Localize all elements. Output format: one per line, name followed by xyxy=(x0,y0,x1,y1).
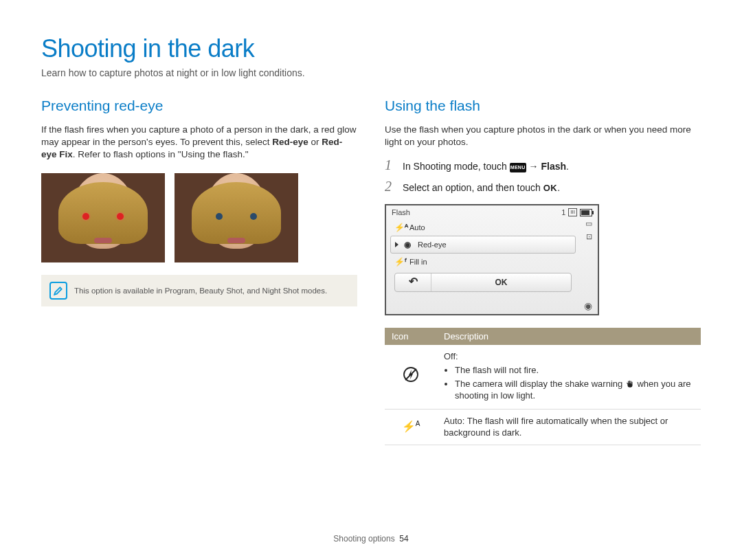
left-column: Preventing red-eye If the flash fires wh… xyxy=(41,98,357,445)
flash-description-table: Icon Description Off: xyxy=(385,328,701,445)
page-footer: Shooting options 54 xyxy=(0,534,742,544)
flash-intro: Use the flash when you capture photos in… xyxy=(385,124,701,148)
flash-off-description: Off: The flash will not fire. The camera… xyxy=(437,345,701,409)
page-subtitle: Learn how to capture photos at night or … xyxy=(41,67,701,78)
screen-button-bar: ↶ OK xyxy=(394,273,572,292)
text: . xyxy=(557,182,560,193)
table-row: Off: The flash will not fire. The camera… xyxy=(385,345,701,409)
ok-icon: OK xyxy=(543,183,558,193)
note-text: This option is available in Program, Bea… xyxy=(74,287,327,295)
text: Select an option, and then touch xyxy=(403,182,543,193)
label: Fill in xyxy=(409,258,427,266)
text: In Shooting mode, touch xyxy=(403,161,510,172)
flash-fill-icon: ⚡ᶠ xyxy=(394,257,404,267)
list-item: The camera will display the shake warnin… xyxy=(455,378,694,402)
bold-flash: Flash xyxy=(541,161,566,172)
flash-option-list: ⚡ᴬ Auto ◉ Red-eye ⚡ᶠ Fill in ↶ OK xyxy=(386,216,580,300)
shake-warning-icon xyxy=(625,379,635,389)
photo-red-eye xyxy=(41,173,165,262)
flash-option-red-eye[interactable]: ◉ Red-eye xyxy=(390,236,576,254)
eye-icon: ◉ xyxy=(403,240,412,249)
step-number: 2 xyxy=(385,179,396,194)
footer-page-number: 54 xyxy=(399,534,408,544)
flash-option-fill-in[interactable]: ⚡ᶠ Fill in xyxy=(390,254,576,270)
selection-arrow-icon xyxy=(395,242,398,247)
current-mode-icon: ◉ xyxy=(386,300,598,314)
size-indicator-icon: III xyxy=(568,208,577,216)
step-number: 1 xyxy=(385,157,396,173)
col-header-description: Description xyxy=(437,328,701,345)
flash-auto-icon: ⚡ᴬ xyxy=(394,223,404,232)
heading-using-flash: Using the flash xyxy=(385,98,701,114)
svg-line-1 xyxy=(405,369,416,380)
heading-preventing-red-eye: Preventing red-eye xyxy=(41,98,357,114)
frame-icon: ⊡ xyxy=(586,232,592,241)
photo-count: 1 xyxy=(561,208,565,216)
page-title: Shooting in the dark xyxy=(41,34,701,63)
step-1-text: In Shooting mode, touch MENU → Flash. xyxy=(403,161,569,172)
arrow: → xyxy=(526,161,541,172)
ok-button[interactable]: OK xyxy=(431,273,571,291)
flash-auto-description: Auto: The flash will fire automatically … xyxy=(437,409,701,445)
photo-red-eye-fixed xyxy=(175,173,298,262)
label: Auto xyxy=(409,223,425,232)
screen-side-icons: ▭ ⊡ xyxy=(580,216,598,300)
step-2-text: Select an option, and then touch OK. xyxy=(403,182,560,193)
camera-screen: Flash 1 III ⚡ᴬ Auto ◉ Red-eye xyxy=(385,204,599,315)
screen-status: 1 III xyxy=(561,208,592,216)
flash-off-icon xyxy=(385,345,437,409)
text: . Refer to flash options in "Using the f… xyxy=(73,149,249,159)
back-button[interactable]: ↶ xyxy=(395,273,431,291)
text: : The flash will fire automatically when… xyxy=(444,416,668,438)
note-box: This option is available in Program, Bea… xyxy=(41,275,357,306)
step-1: 1 In Shooting mode, touch MENU → Flash. xyxy=(385,157,701,173)
note-icon xyxy=(49,282,67,300)
menu-icon: MENU xyxy=(510,163,526,172)
bold-red-eye: Red-eye xyxy=(272,137,308,147)
battery-icon xyxy=(580,209,592,216)
row-title: Auto xyxy=(444,416,462,426)
list-item: The flash will not fire. xyxy=(455,364,694,377)
screen-title: Flash xyxy=(392,208,410,216)
flash-option-auto[interactable]: ⚡ᴬ Auto xyxy=(390,219,576,236)
red-eye-paragraph: If the flash fires when you capture a ph… xyxy=(41,124,357,161)
flash-auto-icon: ⚡A xyxy=(385,409,437,445)
text: or xyxy=(308,137,322,147)
picture-mode-icon: ▭ xyxy=(585,219,592,228)
row-title: Off xyxy=(444,351,456,361)
example-photos xyxy=(41,173,357,262)
footer-section: Shooting options xyxy=(333,534,394,544)
col-header-icon: Icon xyxy=(385,328,437,345)
text: . xyxy=(566,161,569,172)
step-2: 2 Select an option, and then touch OK. xyxy=(385,179,701,194)
table-row: ⚡A Auto: The flash will fire automatical… xyxy=(385,409,701,445)
label: Red-eye xyxy=(418,240,447,249)
right-column: Using the flash Use the flash when you c… xyxy=(385,98,701,445)
